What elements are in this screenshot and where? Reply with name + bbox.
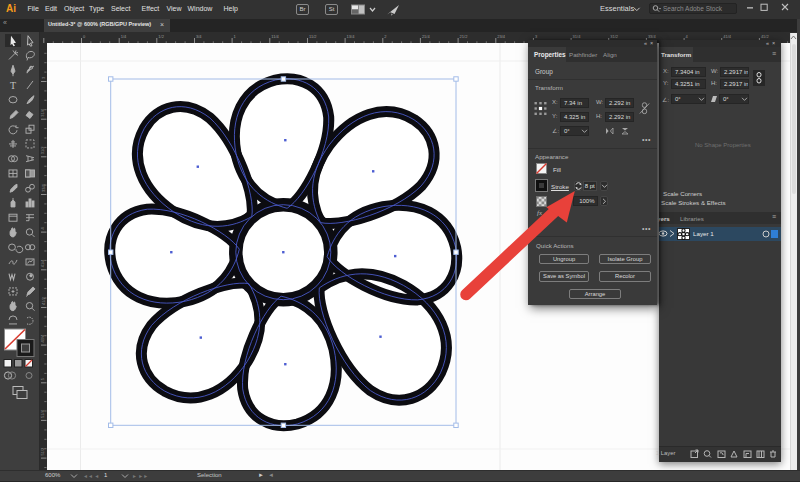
svg-text:13/4: 13/4 [347, 34, 356, 39]
svg-text:33/4: 33/4 [648, 34, 657, 39]
svg-text:41/2: 41/2 [761, 34, 770, 39]
svg-text:21/4: 21/4 [422, 34, 431, 39]
svg-text:33/4: 33/4 [41, 183, 46, 192]
svg-text:41/2: 41/2 [41, 296, 46, 305]
svg-text:31/2: 31/2 [41, 146, 46, 155]
svg-text:1/4: 1/4 [121, 34, 127, 39]
svg-text:11/2: 11/2 [309, 34, 317, 39]
svg-text:1/2: 1/2 [158, 34, 164, 39]
svg-text:51/2: 51/2 [41, 447, 46, 456]
svg-text:11/4: 11/4 [271, 34, 279, 39]
svg-text:41/4: 41/4 [723, 34, 732, 39]
svg-text:31/4: 31/4 [41, 108, 46, 117]
svg-text:23/4: 23/4 [497, 34, 506, 39]
svg-text:51/4: 51/4 [41, 409, 46, 418]
svg-text:T: T [10, 79, 16, 90]
svg-text:43/4: 43/4 [41, 334, 46, 343]
svg-text:31/4: 31/4 [573, 34, 582, 39]
svg-text:41/4: 41/4 [41, 259, 46, 268]
svg-text:21/2: 21/2 [460, 34, 469, 39]
svg-text:31/2: 31/2 [610, 34, 619, 39]
svg-text:3/4: 3/4 [196, 34, 202, 39]
